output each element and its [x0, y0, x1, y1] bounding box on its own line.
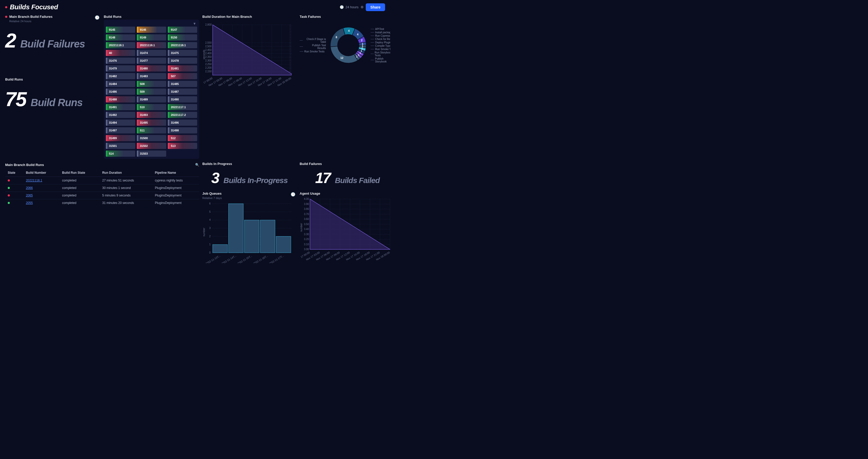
- build-run-pill[interactable]: 31490: [168, 96, 197, 102]
- build-run-pill[interactable]: 31499: [106, 135, 135, 141]
- build-run-pill[interactable]: 9145: [106, 27, 135, 33]
- build-run-pill[interactable]: 31494: [106, 120, 135, 126]
- build-run-pill[interactable]: 507: [168, 73, 197, 79]
- build-run-pill[interactable]: 31482: [106, 73, 135, 79]
- build-run-pill[interactable]: 31495: [137, 120, 166, 126]
- svg-text:12: 12: [340, 57, 343, 59]
- build-run-pill[interactable]: 513: [168, 143, 197, 149]
- build-run-pill[interactable]: 508: [137, 81, 166, 87]
- build-run-pill[interactable]: 31484: [106, 81, 135, 87]
- svg-rect-62: [244, 220, 259, 253]
- build-run-pill[interactable]: 510: [137, 104, 166, 110]
- build-run-pill[interactable]: 31491: [106, 104, 135, 110]
- build-run-pill[interactable]: 20221118.1: [106, 42, 135, 48]
- build-run-pill[interactable]: 31485: [168, 81, 197, 87]
- build-run-pill[interactable]: 20221117.1: [168, 104, 197, 110]
- build-run-pill[interactable]: 509: [137, 89, 166, 95]
- svg-text:2,350: 2,350: [205, 56, 212, 58]
- build-run-pill[interactable]: 9148: [106, 34, 135, 40]
- svg-text:2: 2: [361, 39, 363, 42]
- svg-text:number: number: [300, 223, 303, 232]
- build-run-pill[interactable]: 31475: [168, 50, 197, 56]
- build-run-pill[interactable]: 31478: [168, 58, 197, 64]
- build-run-pill[interactable]: 31477: [137, 58, 166, 64]
- svg-text:2022-11-13T...: 2022-11-13T...: [205, 254, 221, 263]
- build-number-link[interactable]: 2065: [26, 194, 33, 197]
- svg-text:4: 4: [209, 218, 211, 221]
- svg-text:3.60: 3.60: [304, 218, 309, 220]
- panel-build-duration: Build Duration for Main Branch seconds 1…: [203, 15, 297, 159]
- svg-text:3.10: 3.10: [304, 243, 309, 246]
- clock-icon: 🕑: [340, 5, 344, 9]
- build-run-pill[interactable]: 40: [106, 50, 135, 56]
- search-icon[interactable]: 🔍: [195, 163, 199, 167]
- build-run-pill[interactable]: 31488: [106, 96, 135, 102]
- panel-build-failures-count: Build Failures 17 Builds Failed: [300, 162, 390, 185]
- in-progress-count: 3: [211, 171, 219, 185]
- panel-task-failures: Task Failures Check if Stage is ValidPub…: [300, 15, 390, 159]
- build-run-pill[interactable]: 31480: [137, 65, 166, 71]
- build-run-pill[interactable]: 31476: [106, 58, 135, 64]
- build-run-pill[interactable]: 9149: [137, 34, 166, 40]
- build-run-pill[interactable]: 31502: [137, 143, 166, 149]
- runs-count: 75: [5, 89, 26, 109]
- build-run-pill[interactable]: 31479: [106, 65, 135, 71]
- build-run-pill[interactable]: 31500: [137, 135, 166, 141]
- status-dot-icon: [5, 16, 7, 18]
- build-run-pill[interactable]: 31493: [137, 112, 166, 118]
- gear-icon[interactable]: ⚙: [361, 5, 364, 9]
- build-run-pill[interactable]: 9146: [137, 27, 166, 33]
- build-run-pill[interactable]: 31487: [168, 89, 197, 95]
- build-run-pill[interactable]: 514: [106, 151, 135, 157]
- time-range-selector[interactable]: 🕑 24 hours: [340, 5, 359, 9]
- build-run-pill[interactable]: 31498: [168, 127, 197, 133]
- build-duration-chart[interactable]: seconds 17 00:00Nov 17 03:00Nov 17 06:00…: [203, 20, 294, 87]
- build-run-pill[interactable]: 31474: [137, 50, 166, 56]
- build-run-pill[interactable]: 20221117.2: [168, 112, 197, 118]
- table-row[interactable]: 20221118.1 completed27 minutes 51 second…: [5, 177, 199, 184]
- share-button[interactable]: Share: [366, 3, 385, 11]
- state-dot-icon: [8, 187, 10, 189]
- build-number-link[interactable]: 2066: [26, 186, 33, 190]
- build-run-pill[interactable]: 9147: [168, 27, 197, 33]
- svg-text:2022-11-16T...: 2022-11-16T...: [253, 254, 269, 263]
- build-run-pill[interactable]: 31489: [137, 96, 166, 102]
- build-run-pill[interactable]: 31481: [168, 65, 197, 71]
- filter-icon[interactable]: ▼: [193, 22, 196, 26]
- build-number-link[interactable]: 20221118.1: [26, 179, 42, 182]
- agent-usage-chart[interactable]: number 17 00:00Nov 17 03:00Nov 17 06:00N…: [300, 196, 390, 262]
- table-row[interactable]: 2066 completed30 minutes 1 secondPlugins…: [5, 184, 199, 192]
- svg-text:4: 4: [357, 33, 359, 36]
- build-run-pill[interactable]: 31497: [106, 127, 135, 133]
- svg-text:3.80: 3.80: [304, 208, 309, 210]
- table-row[interactable]: 2055 completed31 minutes 20 secondsPlugi…: [5, 199, 199, 207]
- table-row[interactable]: 2065 completed5 minutes 9 secondsPlugins…: [5, 192, 199, 199]
- svg-rect-60: [213, 244, 227, 253]
- build-run-pill[interactable]: 20221118.1: [137, 42, 166, 48]
- build-run-pill[interactable]: 512: [168, 135, 197, 141]
- panel-agent-usage: Agent Usage number 17 00:00Nov 17 03:00N…: [300, 191, 390, 262]
- clock-icon[interactable]: 🕑: [95, 15, 100, 20]
- build-run-pill[interactable]: 31503: [137, 151, 166, 157]
- svg-text:2,800: 2,800: [205, 23, 212, 26]
- build-run-pill[interactable]: 20221118.1: [168, 42, 197, 48]
- build-number-link[interactable]: 2055: [26, 201, 33, 205]
- failures-count: 2: [5, 30, 16, 51]
- svg-text:0: 0: [209, 251, 211, 254]
- state-dot-icon: [8, 202, 10, 204]
- build-run-pill[interactable]: 9150: [168, 34, 197, 40]
- svg-text:5: 5: [209, 210, 211, 213]
- build-run-pill[interactable]: 511: [137, 127, 166, 133]
- task-failures-donut[interactable]: 4421111111128: [327, 21, 370, 70]
- svg-text:1: 1: [356, 55, 358, 58]
- build-run-pill[interactable]: 31483: [137, 73, 166, 79]
- build-run-pill[interactable]: 31492: [106, 112, 135, 118]
- build-run-pill[interactable]: 31486: [106, 89, 135, 95]
- build-run-pill[interactable]: 31501: [106, 143, 135, 149]
- build-run-pill[interactable]: 31496: [168, 120, 197, 126]
- page-title: Builds Focused: [10, 3, 58, 11]
- job-queues-chart[interactable]: number 2022-11-13T...2022-11-14T...2022-…: [203, 201, 294, 263]
- svg-rect-63: [260, 220, 275, 253]
- clock-icon[interactable]: 🕑: [290, 192, 296, 197]
- svg-text:3.50: 3.50: [304, 223, 309, 226]
